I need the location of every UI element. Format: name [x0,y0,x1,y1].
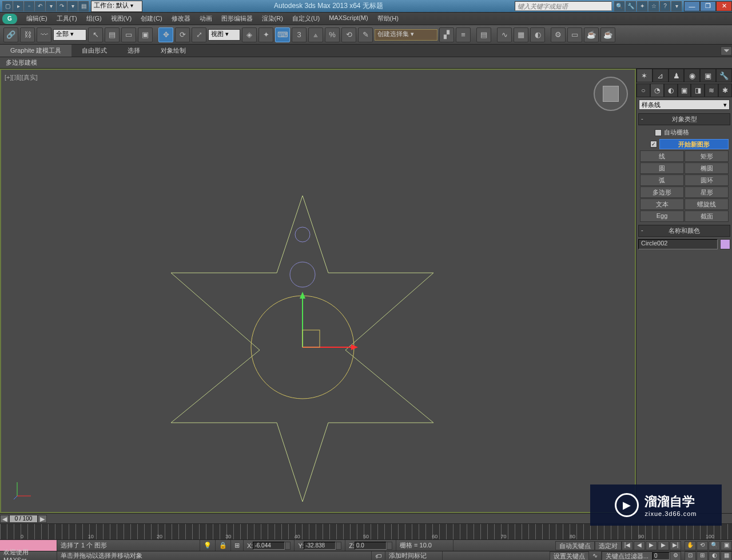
ribbon-tab-3[interactable]: 对象绘制 [150,45,196,57]
open-icon[interactable]: ▸ [13,1,23,11]
move-icon[interactable]: ✥ [158,27,173,42]
new-shape-button[interactable]: 开始新图形 [659,139,729,149]
time-slider[interactable]: 0 / 100 [9,515,38,523]
select-icon[interactable]: ↖ [88,27,103,42]
geometry-cat-icon[interactable]: ○ [636,84,650,97]
manipulate-icon[interactable]: ✦ [258,27,273,42]
autokey-button[interactable]: 自动关键点 [555,541,595,550]
max-viewport-icon[interactable]: ▦ [721,551,732,561]
key-mode-icon[interactable]: ∿ [589,551,602,560]
selected-lock-button[interactable]: 选定对 [595,541,622,550]
bind-spacewarp-icon[interactable]: 〰 [37,27,51,42]
cameras-cat-icon[interactable]: ▣ [678,84,691,97]
autogrid-checkbox[interactable] [655,129,662,136]
prev-frame-icon[interactable]: ◀ [634,541,645,550]
newshape-checkbox[interactable]: ✓ [650,141,657,148]
shape-btn-螺旋线[interactable]: 螺旋线 [685,198,729,210]
y-input[interactable] [304,542,336,550]
edit-selection-icon[interactable]: ✎ [358,27,373,42]
ribbon-tab-1[interactable]: 自由形式 [71,45,117,57]
project-icon[interactable]: ▤ [78,1,89,11]
shape-btn-文本[interactable]: 文本 [640,198,684,210]
link-icon[interactable]: 🔗 [3,27,18,42]
shape-btn-星形[interactable]: 星形 [685,186,729,198]
snap-3-icon[interactable]: 3 [292,27,307,42]
x-input[interactable] [253,542,285,550]
menu-T[interactable]: 工具(T) [52,13,82,24]
workspace-dropdown[interactable]: 工作台: 默认 ▾ [91,1,142,12]
layer-icon[interactable]: ▤ [476,27,491,42]
shape-btn-多边形[interactable]: 多边形 [640,186,684,198]
menu-[interactable]: 动画 [195,13,217,24]
redo-icon[interactable]: ↷ [57,1,67,11]
timeline-ruler[interactable]: 0102030405060708090100 [0,523,732,539]
application-icon[interactable]: G [2,14,17,24]
save-icon[interactable]: ▫ [24,1,34,11]
isolate-icon[interactable]: 💡 [200,540,216,551]
schematic-icon[interactable]: ▦ [514,27,528,42]
shape-btn-Egg[interactable]: Egg [640,211,684,222]
help-icon[interactable]: ? [660,1,670,11]
rollout-name-color[interactable]: -名称和颜色 [638,225,730,237]
align-icon[interactable]: ≡ [456,27,471,42]
curve-editor-icon[interactable]: ∿ [497,27,512,42]
minimize-button[interactable]: — [684,1,700,11]
mirror-icon[interactable]: ▞ [439,27,454,42]
ribbon-tab-2[interactable]: 选择 [117,45,150,57]
maximize-button[interactable]: ❐ [700,1,716,11]
rendered-frame-icon[interactable]: ▭ [567,27,582,42]
ref-coord-dropdown[interactable]: 视图 ▾ [208,29,240,41]
render-setup-icon[interactable]: ⚙ [551,27,566,42]
selection-filter-dropdown[interactable]: 全部 ▾ [53,29,86,41]
spinner-snap-icon[interactable]: ⟲ [341,27,356,42]
key-icon[interactable]: 🔧 [626,1,636,11]
lights-cat-icon[interactable]: ◐ [664,84,678,97]
max-toggle-icon[interactable]: ▣ [721,541,732,550]
motion-tab-icon[interactable]: ◉ [684,69,700,82]
ribbon-expand-icon[interactable]: ⏷ [721,46,732,55]
utilities-tab-icon[interactable]: 🔧 [716,69,732,82]
display-tab-icon[interactable]: ▣ [700,69,716,82]
angle-snap-icon[interactable]: ⟁ [308,27,323,42]
window-crossing-icon[interactable]: ▣ [138,27,153,42]
next-frame-icon[interactable]: ▶ [658,541,669,550]
menu-U[interactable]: 自定义(U) [288,13,324,24]
current-frame-input[interactable] [653,552,670,560]
menu-MAXScriptM[interactable]: MAXScript(M) [324,13,372,24]
pivot-icon[interactable]: ◈ [242,27,257,42]
goto-end-icon[interactable]: ▶| [670,541,681,550]
orbit-icon[interactable]: ⟲ [697,541,708,550]
help-search-input[interactable] [515,1,612,11]
goto-start-icon[interactable]: |◀ [622,541,633,550]
time-prev-button[interactable]: ◀ [0,515,9,523]
spacewarps-cat-icon[interactable]: ≋ [705,84,718,97]
menu-[interactable]: 修改器 [167,13,195,24]
z-spinner[interactable] [387,542,392,550]
favorite-icon[interactable]: ☆ [649,1,659,11]
ribbon-subpanel[interactable]: 多边形建模 [0,57,732,69]
pan-icon[interactable]: ✋ [685,541,696,550]
play-icon[interactable]: ▶ [646,541,657,550]
zoom-icon[interactable]: 🔍 [709,541,720,550]
help-menu-icon[interactable]: ▾ [671,1,682,11]
time-next-button[interactable]: ▶ [38,515,47,523]
render-icon[interactable]: ☕ [584,27,599,42]
percent-snap-icon[interactable]: % [325,27,340,42]
redo-menu-icon[interactable]: ▾ [67,1,78,11]
exchange-icon[interactable]: ✦ [637,1,647,11]
rollout-object-type[interactable]: -对象类型 [638,113,730,125]
select-name-icon[interactable]: ▤ [105,27,120,42]
viewcube[interactable] [594,77,628,111]
undo-menu-icon[interactable]: ▾ [46,1,56,11]
render-prod-icon[interactable]: ☕ [600,27,615,42]
time-config-icon[interactable]: ⚙ [670,551,681,561]
scale-icon[interactable]: ⤢ [192,27,206,42]
shape-btn-圆[interactable]: 圆 [640,162,684,174]
add-timemark[interactable]: 添加时间标记 [385,551,443,560]
shape-btn-圆环[interactable]: 圆环 [685,174,729,186]
shape-btn-截面[interactable]: 截面 [685,211,729,222]
menu-V[interactable]: 视图(V) [106,13,137,24]
menu-C[interactable]: 创建(C) [136,13,166,24]
ribbon-tab-0[interactable]: Graphite 建模工具 [0,45,71,57]
key-filters-button[interactable]: 关键点过滤器... [602,551,653,561]
